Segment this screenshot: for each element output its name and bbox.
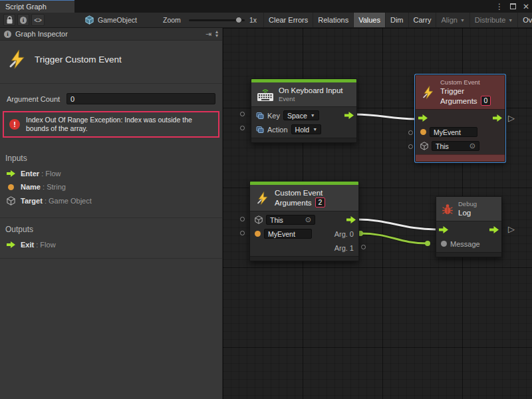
flow-output-port[interactable] (493, 114, 502, 122)
lightning-bolt-icon (255, 190, 270, 206)
carry-handle-icon[interactable]: ▷ (508, 114, 515, 122)
port-action[interactable] (240, 126, 245, 130)
node-custom-event[interactable]: Custom Event Arguments 2 This ⊙ (249, 181, 359, 261)
cube-icon[interactable] (255, 215, 263, 224)
object-picker-icon[interactable]: ⊙ (469, 142, 475, 150)
chevron-down-icon: ▼ (460, 18, 465, 23)
arg1-row: Arg. 1 (250, 241, 358, 255)
inspector-toggle-button[interactable]: i (17, 14, 29, 26)
chevron-down-icon: ▼ (313, 127, 317, 132)
port-arg1[interactable] (361, 245, 366, 249)
port-trigger-target[interactable] (408, 144, 413, 149)
node-header: Debug Log (436, 197, 501, 221)
zoom-label: Zoom (163, 13, 181, 27)
target-row: This ⊙ (416, 139, 505, 153)
close-icon[interactable]: ✕ (523, 3, 529, 11)
zoom-slider-thumb[interactable] (235, 17, 242, 23)
flow-output-port[interactable] (346, 216, 356, 223)
node-footer (250, 256, 358, 261)
node-category: Custom Event (440, 78, 491, 86)
pin-name: Exit (21, 241, 34, 249)
outputs-section-header: Outputs (0, 218, 222, 238)
arg0-label: Arg. 0 (334, 230, 354, 238)
port-key[interactable] (240, 112, 245, 116)
cube-icon (7, 196, 15, 205)
inspector-title-text: Trigger Custom Event (35, 55, 122, 65)
flow-output-port[interactable] (344, 112, 354, 119)
bug-icon (442, 203, 454, 215)
flow-output-port[interactable] (489, 226, 499, 233)
values-button[interactable]: Values (354, 13, 386, 27)
object-picker-icon[interactable]: ⊙ (305, 215, 311, 224)
message-port-icon[interactable] (441, 241, 447, 247)
node-body: This ⊙ MyEvent Arg. 0 Arg. 1 (250, 211, 358, 256)
graph-canvas[interactable]: On Keyboard Input Event Key Space ▼ (223, 28, 532, 399)
node-category: Debug (458, 200, 477, 208)
port-event-name[interactable] (240, 231, 245, 235)
error-message-box: ! Index Out Of Range Exception: Index wa… (3, 111, 219, 138)
string-port-icon[interactable] (420, 129, 426, 135)
arguments-count-badge: 0 (481, 96, 491, 106)
output-pin-exit: Exit : Flow (0, 238, 222, 251)
flow-arrow-icon (7, 241, 15, 248)
event-name-row: MyEvent (416, 125, 505, 139)
titlebar: Script Graph ⋮ ✕ (0, 0, 532, 13)
flow-row (436, 223, 501, 237)
node-body: MyEvent This ⊙ (416, 110, 505, 154)
event-name-input[interactable]: MyEvent (264, 229, 312, 239)
argument-count-label: Argument Count (7, 95, 66, 103)
carry-handle-icon[interactable]: ▷ (508, 225, 515, 233)
inspector-stepper[interactable]: ▴ ▾ (215, 30, 218, 38)
toolbar: i <> GameObject Zoom 1x Clear Errors Rel… (0, 13, 532, 28)
gameobject-selector[interactable]: GameObject (85, 13, 137, 27)
key-dropdown[interactable]: Space ▼ (283, 110, 319, 120)
keycode-icon (256, 126, 264, 134)
argument-count-input[interactable] (66, 93, 215, 104)
event-name-input[interactable]: MyEvent (430, 127, 477, 137)
target-dropdown[interactable]: This ⊙ (266, 215, 315, 225)
overview-button[interactable]: Overv (518, 13, 532, 27)
dock-right-icon[interactable]: ⇥ (205, 30, 211, 39)
lock-button[interactable] (3, 14, 15, 26)
tab-script-graph[interactable]: Script Graph (0, 0, 74, 13)
align-button[interactable]: Align▼ (436, 13, 469, 27)
target-dropdown[interactable]: This ⊙ (432, 141, 479, 151)
input-pin-enter: Enter : Flow (0, 167, 222, 180)
clear-errors-button[interactable]: Clear Errors (263, 13, 313, 27)
lightning-bolt-icon (7, 49, 28, 70)
menu-icon[interactable]: ⋮ (495, 3, 503, 11)
distribute-button[interactable]: Distribute▼ (470, 13, 518, 27)
relations-button[interactable]: Relations (313, 13, 354, 27)
zoom-slider[interactable] (189, 19, 245, 21)
port-event-target[interactable] (240, 217, 245, 221)
pin-type: : Flow (36, 241, 55, 249)
dim-button[interactable]: Dim (386, 13, 409, 27)
step-down-icon: ▾ (215, 34, 218, 38)
action-row: Action Hold ▼ (251, 122, 356, 136)
pin-name: Target (21, 197, 43, 205)
node-header: On Keyboard Input Event (251, 82, 356, 107)
arguments-count-badge: 2 (315, 198, 326, 207)
string-port-icon[interactable] (255, 231, 261, 237)
keyboard-icon (257, 88, 274, 102)
cube-icon[interactable] (420, 142, 428, 150)
node-on-keyboard-input[interactable]: On Keyboard Input Event Key Space ▼ (251, 78, 357, 143)
code-view-button[interactable]: <> (31, 14, 45, 26)
info-icon: i (20, 17, 27, 24)
node-trigger-custom-event[interactable]: Custom Event Trigger Arguments 0 (415, 74, 505, 162)
node-debug-log[interactable]: Debug Log Message (436, 196, 502, 257)
flow-input-port[interactable] (439, 226, 448, 233)
action-dropdown[interactable]: Hold ▼ (291, 124, 322, 134)
zoom-value: 1x (249, 13, 257, 27)
flow-input-port[interactable] (418, 114, 428, 122)
maximize-icon[interactable] (510, 3, 516, 9)
pin-name: Name (21, 183, 41, 191)
divider (0, 258, 222, 259)
carry-button[interactable]: Carry (409, 13, 437, 27)
node-header: Custom Event Trigger Arguments 0 (416, 75, 505, 110)
chevron-down-icon: ▼ (508, 18, 513, 23)
arg1-label: Arg. 1 (334, 244, 354, 252)
flow-arrow-icon (7, 170, 15, 177)
error-icon: ! (9, 119, 20, 130)
port-trigger-name[interactable] (408, 130, 413, 135)
